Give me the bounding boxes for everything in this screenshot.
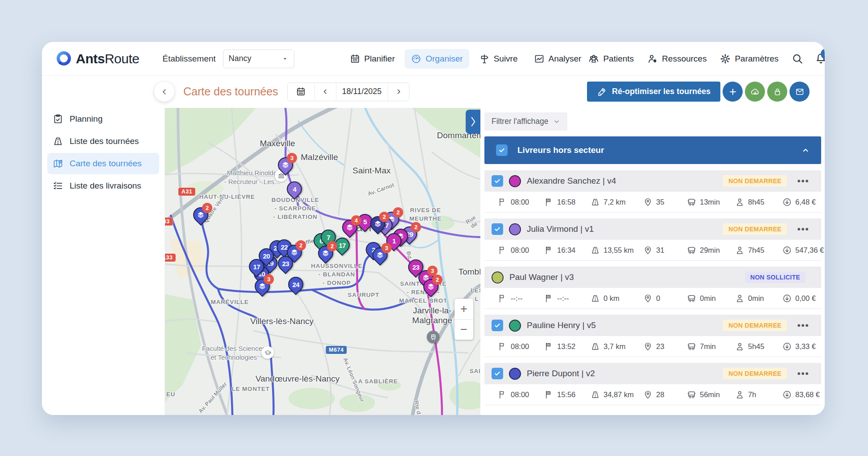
map-cluster-pin[interactable]: 4: [342, 220, 357, 235]
stat-flag: 08:00: [498, 246, 544, 255]
collapse-sidebar-button[interactable]: [154, 82, 174, 102]
driver-checkbox[interactable]: [492, 175, 503, 187]
gauge-icon: [411, 53, 422, 64]
date-prev-button[interactable]: [314, 83, 336, 101]
panel-toggle-button[interactable]: [466, 110, 480, 134]
zoom-out-button[interactable]: −: [455, 319, 473, 340]
stat-pin: 28: [643, 390, 687, 399]
group-checkbox[interactable]: [496, 144, 508, 156]
driver-color-dot: [509, 320, 521, 332]
person-icon: [735, 246, 744, 255]
stat-van: 7min: [687, 342, 735, 351]
main-navigation: PlanifierOrganiserSuivreAnalyser: [343, 49, 588, 69]
pin-number: 1: [392, 237, 396, 245]
download-icon: [782, 390, 792, 399]
van-icon: [687, 246, 696, 255]
driver-menu-button[interactable]: •••: [793, 224, 814, 234]
driver-card-header[interactable]: Pierre Dupont | v2NON DEMARREE•••: [484, 363, 821, 384]
zoom-in-button[interactable]: +: [455, 299, 473, 319]
map-stop-pin[interactable]: 23: [278, 256, 293, 271]
driver-card-header[interactable]: Alexandre Sanchez | v4NON DEMARREE•••: [484, 170, 821, 192]
nav-label: Analyser: [549, 54, 582, 64]
nav-planifier[interactable]: Planifier: [343, 49, 401, 69]
pin-icon: [643, 246, 653, 255]
lock-icon: [773, 87, 782, 97]
filter-display-button[interactable]: Filtrer l'affichage: [484, 112, 567, 131]
driver-card-header[interactable]: Julia Virmond | v1NON DEMARREE•••: [484, 218, 821, 240]
cluster-count-badge: 2: [327, 241, 337, 251]
nav-ressources[interactable]: Ressources: [646, 49, 707, 69]
chart-icon: [534, 53, 545, 64]
driver-card-header[interactable]: Pauline Henry | v5NON DEMARREE•••: [484, 315, 821, 336]
nav-label: Suivre: [494, 54, 518, 64]
signpost-icon: [479, 53, 490, 64]
map-cluster-pin[interactable]: 2: [318, 246, 333, 261]
group-header-livreurs-hors-secteur[interactable]: Livreurs hors secteur: [484, 136, 821, 164]
chevron-left-icon: [322, 88, 329, 95]
map-cluster-pin[interactable]: 2: [423, 279, 438, 294]
caret-down-icon: [281, 55, 289, 62]
sidebar-item-liste-des-tournees[interactable]: Liste des tournées: [47, 131, 159, 152]
cloud-download-button[interactable]: [745, 82, 765, 102]
map-stop-pin[interactable]: 24: [288, 277, 303, 292]
add-button[interactable]: [723, 82, 743, 102]
sidebar-item-carte-des-tournees[interactable]: Carte des tournées: [47, 153, 159, 174]
nav-parametres[interactable]: Paramètres: [719, 49, 779, 69]
search-button[interactable]: [791, 53, 803, 65]
road-icon: [591, 197, 600, 207]
driver-stats-row: --:----:--0 km00min0min0,00 €: [484, 288, 821, 309]
layers-icon: [376, 251, 384, 259]
driver-checkbox[interactable]: [492, 223, 503, 235]
sidebar-item-planning[interactable]: Planning: [47, 108, 159, 130]
map-cluster-pin[interactable]: 3: [278, 157, 293, 173]
stat-flag: 08:00: [498, 342, 544, 351]
pin-number: 24: [292, 281, 299, 288]
map-stop-pin[interactable]: 4: [287, 181, 302, 197]
map-fold-icon: [53, 158, 63, 169]
van-icon: [687, 197, 696, 207]
current-date[interactable]: 18/11/2025: [336, 83, 388, 101]
establishment-group: Établissement Nancy: [162, 49, 294, 68]
nav-label: Paramètres: [735, 54, 778, 64]
flag-checkered-icon: [544, 342, 554, 351]
stat-person: 7h: [735, 390, 782, 399]
map-cluster-pin[interactable]: 3: [372, 247, 388, 263]
driver-menu-button[interactable]: •••: [793, 320, 814, 331]
stat-value: 35: [656, 198, 664, 206]
stat-value: 08:00: [511, 342, 529, 351]
stat-flag-checkered: --:--: [544, 294, 591, 303]
driver-card-header[interactable]: Paul Wagner | v3NON SOLLICITE: [484, 267, 821, 288]
map-cluster-pin[interactable]: 2: [193, 207, 208, 222]
nav-patients[interactable]: Patients: [587, 49, 635, 69]
mail-button[interactable]: [789, 82, 810, 102]
nav-suivre[interactable]: Suivre: [473, 49, 524, 69]
calendar-picker-button[interactable]: [288, 83, 314, 101]
sidebar-item-liste-des-livraisons[interactable]: Liste des livraisons: [47, 175, 159, 197]
nav-analyser[interactable]: Analyser: [528, 49, 588, 69]
sidebar-item-label: Liste des livraisons: [70, 181, 141, 191]
stat-person: 0min: [735, 294, 782, 303]
pin-icon: [643, 197, 653, 207]
nav-organiser[interactable]: Organiser: [405, 49, 469, 69]
map-stop-pin[interactable]: 17: [249, 259, 264, 274]
people-icon: [588, 53, 599, 64]
stat-flag: 08:00: [498, 390, 544, 399]
driver-menu-button[interactable]: •••: [793, 369, 814, 379]
map-canvas[interactable]: MaxévilleMalzévilleSaint-MaxDommartemont…: [165, 108, 480, 415]
driver-checkbox[interactable]: [492, 368, 503, 379]
collapse-group-button[interactable]: [802, 146, 810, 154]
establishment-select[interactable]: Nancy: [223, 49, 294, 68]
driver-stats-row: 08:0015:5634,87 km2856min7h83,68 €: [484, 384, 821, 405]
reoptimize-button[interactable]: Ré-optimiser les tournées: [587, 82, 720, 102]
driver-menu-button[interactable]: •••: [793, 176, 814, 186]
van-icon: [687, 342, 696, 351]
map-cluster-pin[interactable]: 2: [370, 216, 385, 231]
driver-color-dot: [509, 223, 521, 235]
pin-icon: [643, 294, 653, 303]
driver-checkbox[interactable]: [492, 320, 503, 331]
map-cluster-pin[interactable]: 3: [255, 279, 270, 294]
date-next-button[interactable]: [388, 83, 409, 101]
lock-button[interactable]: [767, 82, 787, 102]
check-icon: [494, 370, 501, 377]
page-toolbar: Carte des tournées 18/11/2025 Ré-optimis…: [165, 75, 825, 108]
